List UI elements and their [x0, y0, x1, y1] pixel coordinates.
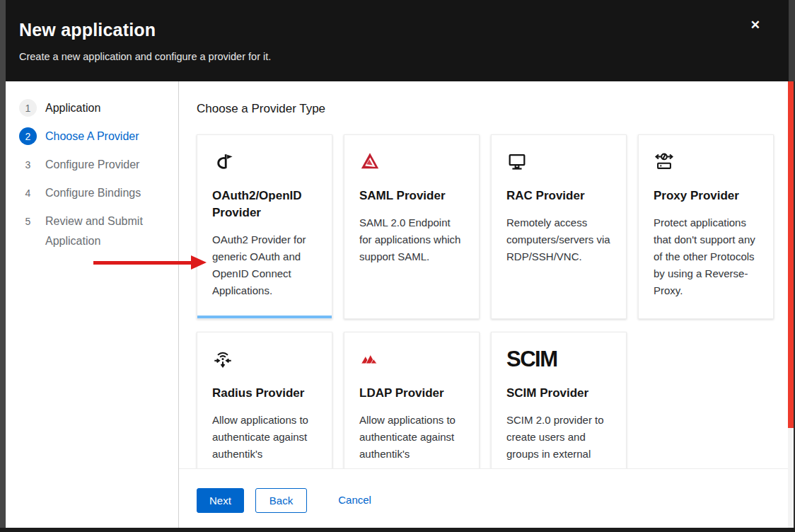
card-description: Protect applications that don't support …: [654, 214, 758, 299]
step-number: 3: [19, 156, 37, 173]
provider-card-grid: OAuth2/OpenID Provider OAuth2 Provider f…: [197, 134, 774, 468]
step-number: 5: [19, 212, 37, 230]
monitor-icon: [506, 149, 611, 173]
saml-icon: [359, 149, 464, 173]
step-label: Choose A Provider: [45, 127, 139, 146]
card-description: Remotely access computers/servers via RD…: [506, 214, 611, 265]
wizard-footer: Next Back Cancel: [179, 468, 788, 528]
wizard-step-review-and-submit[interactable]: 5 Review and Submit Application: [19, 212, 178, 251]
wizard-step-configure-provider[interactable]: 3 Configure Provider: [19, 155, 178, 175]
modal-title: New application: [19, 20, 789, 40]
proxy-sync-icon: [654, 149, 758, 173]
ldap-mountains-icon: [359, 347, 464, 371]
wizard-steps-sidebar: 1 Application 2 Choose A Provider 3 Conf…: [6, 81, 179, 528]
modal-subtitle: Create a new application and configure a…: [19, 51, 789, 62]
modal-header: New application Create a new application…: [6, 0, 789, 81]
backdrop-bottom-strip: [0, 528, 795, 532]
wizard-step-configure-bindings[interactable]: 4 Configure Bindings: [19, 183, 178, 203]
cancel-button[interactable]: Cancel: [338, 488, 371, 511]
provider-card-radius[interactable]: Radius Provider Allow applications to au…: [197, 332, 332, 468]
card-description: Allow applications to authenticate again…: [359, 412, 464, 463]
card-description: SAML 2.0 Endpoint for applications which…: [359, 214, 464, 265]
step-label: Application: [45, 98, 100, 118]
wizard-step-application[interactable]: 1 Application: [19, 98, 178, 118]
card-title: SAML Provider: [359, 187, 464, 204]
wizard-step-choose-a-provider[interactable]: 2 Choose A Provider: [19, 127, 178, 146]
back-button[interactable]: Back: [255, 488, 307, 513]
provider-card-proxy[interactable]: Proxy Provider Protect applications that…: [638, 134, 774, 319]
step-number: 2: [19, 127, 37, 145]
next-button[interactable]: Next: [197, 488, 244, 513]
backdrop-left-strip: [0, 0, 6, 532]
card-title: RAC Provider: [506, 187, 611, 204]
step-label: Configure Provider: [45, 155, 139, 175]
provider-card-ldap[interactable]: LDAP Provider Allow applications to auth…: [344, 332, 480, 468]
radius-signal-icon: [212, 347, 317, 371]
card-title: Proxy Provider: [654, 187, 758, 204]
provider-type-panel: Choose a Provider Type OAuth2/OpenID Pro…: [179, 81, 788, 468]
openid-icon: [212, 149, 317, 173]
card-title: Radius Provider: [212, 385, 317, 402]
card-title: LDAP Provider: [359, 385, 464, 402]
provider-card-rac[interactable]: RAC Provider Remotely access computers/s…: [491, 134, 627, 319]
card-description: OAuth2 Provider for generic OAuth and Op…: [212, 231, 317, 299]
backdrop-right-top-strip: [789, 0, 795, 81]
provider-card-oauth2-openid[interactable]: OAuth2/OpenID Provider OAuth2 Provider f…: [197, 134, 332, 319]
card-title: SCIM Provider: [506, 385, 611, 402]
close-icon[interactable]: ✕: [750, 19, 760, 31]
step-number: 1: [19, 99, 37, 117]
card-description: Allow applications to authenticate again…: [212, 412, 317, 463]
provider-card-saml[interactable]: SAML Provider SAML 2.0 Endpoint for appl…: [344, 134, 480, 319]
step-number: 4: [19, 184, 37, 202]
card-title: OAuth2/OpenID Provider: [212, 187, 317, 221]
backdrop-right-lower-strip: [788, 428, 794, 528]
scim-logo-icon: SCIM: [506, 347, 611, 371]
card-description: SCIM 2.0 provider to create users and gr…: [506, 412, 611, 463]
step-label: Configure Bindings: [45, 183, 141, 203]
step-label: Review and Submit Application: [45, 212, 169, 251]
new-application-wizard-modal: New application Create a new application…: [0, 0, 795, 532]
provider-card-scim[interactable]: SCIM SCIM Provider SCIM 2.0 provider to …: [491, 332, 627, 468]
right-edge-red-strip: [788, 81, 794, 428]
page-title: Choose a Provider Type: [197, 102, 325, 116]
